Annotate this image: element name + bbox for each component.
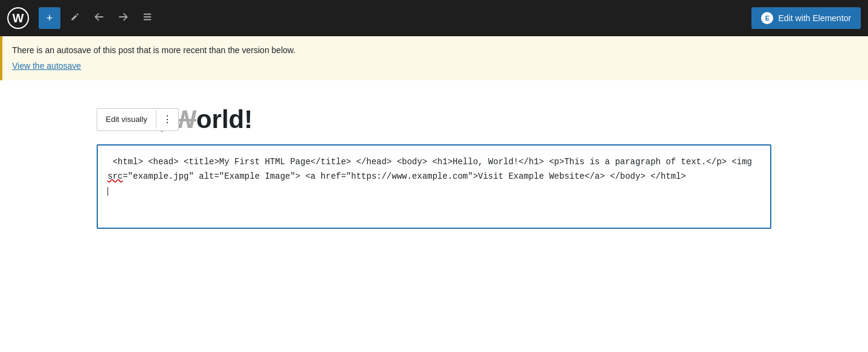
edit-visually-button[interactable]: Edit visually: [97, 110, 156, 129]
block-title: Hello, World!: [97, 104, 771, 135]
edit-mode-button[interactable]: [65, 8, 85, 28]
wp-logo[interactable]: W: [7, 7, 29, 29]
code-editor-block[interactable]: <html> <head> <title>My First HTML Page<…: [97, 144, 771, 229]
add-block-button[interactable]: +: [39, 7, 60, 29]
block-toolbar: Edit visually ⋮: [97, 108, 179, 131]
title-main: orld!: [196, 105, 252, 133]
editor-area: Hello, World! Edit visually ⋮ <html> <he…: [0, 80, 868, 253]
elementor-icon: E: [761, 12, 773, 24]
autosave-notice: There is an autosave of this post that i…: [0, 36, 868, 80]
redo-button[interactable]: [114, 8, 133, 28]
block-more-options-button[interactable]: ⋮: [156, 109, 178, 130]
redo-icon: [118, 11, 129, 25]
undo-icon: [94, 11, 104, 25]
tools-icon: [142, 11, 153, 25]
plus-icon: +: [47, 12, 53, 25]
underline-src: src: [108, 171, 123, 181]
edit-with-elementor-button[interactable]: E Edit with Elementor: [751, 7, 861, 29]
block-title-area: Hello, World! Edit visually ⋮: [97, 104, 771, 135]
view-autosave-link[interactable]: View the autosave: [12, 59, 858, 72]
undo-button[interactable]: [89, 8, 109, 28]
tools-button[interactable]: [138, 8, 157, 28]
elementor-button-label: Edit with Elementor: [778, 13, 851, 23]
text-cursor: [108, 187, 108, 196]
main-toolbar: W + E Edit with E: [0, 0, 868, 36]
pen-icon: [70, 12, 80, 25]
autosave-message: There is an autosave of this post that i…: [12, 45, 295, 55]
main-content: There is an autosave of this post that i…: [0, 36, 868, 352]
